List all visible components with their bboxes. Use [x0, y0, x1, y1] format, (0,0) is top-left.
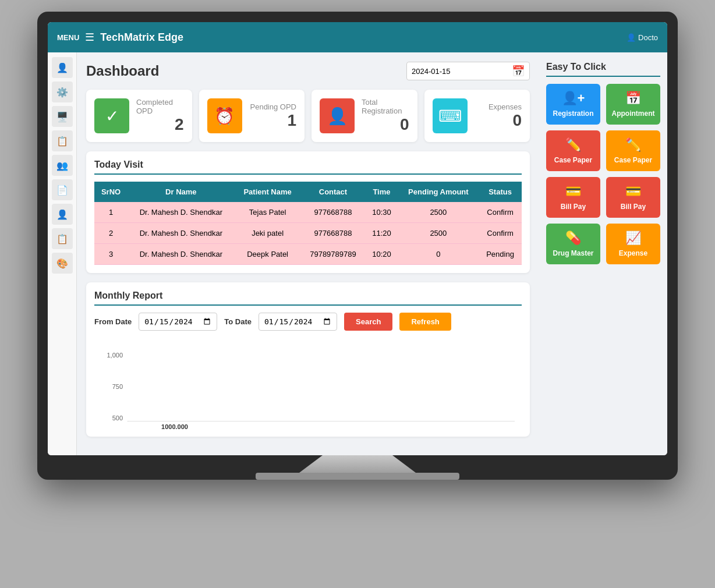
- from-date-input[interactable]: [139, 313, 217, 331]
- quick-btn-label-registration: Registration: [553, 109, 593, 118]
- table-header-row: SrNO Dr Name Patient Name Contact Time P…: [94, 182, 522, 202]
- sidebar-icon-9[interactable]: 🎨: [52, 253, 73, 274]
- chart-bars: 1000.000: [128, 421, 515, 421]
- col-status: Status: [479, 182, 522, 202]
- quick-btn-bill-pay-1[interactable]: 💳Bill Pay: [546, 177, 600, 218]
- col-contact: Contact: [301, 182, 366, 202]
- monitor-stand: [299, 455, 416, 473]
- stat-cards: ✓ Completed OPD 2 ⏰ Pending OPD 1: [86, 90, 530, 142]
- col-drname: Dr Name: [128, 182, 235, 202]
- quick-btn-icon-appointment: 📅: [625, 91, 641, 106]
- cell-patient: Deepk Patel: [235, 244, 301, 265]
- cell-time: 11:20: [365, 223, 398, 244]
- cell-drname: Dr. Mahesh D. Shendkar: [128, 244, 235, 265]
- sidebar-icon-3[interactable]: 🖥️: [52, 106, 73, 127]
- sidebar-icon-4[interactable]: 📋: [52, 130, 73, 151]
- grid-line-4: [128, 421, 515, 421]
- from-date-label: From Date: [94, 317, 132, 326]
- quick-btn-case-paper-1[interactable]: ✏️Case Paper: [546, 130, 600, 171]
- easy-click-title: Easy To Click: [546, 62, 660, 77]
- monitor-base: [256, 473, 459, 480]
- quick-btn-label-drug-master: Drug Master: [553, 249, 593, 257]
- monthly-report-title: Monthly Report: [94, 291, 522, 306]
- today-visit-table: SrNO Dr Name Patient Name Contact Time P…: [94, 182, 522, 265]
- quick-btn-label-appointment: Appointment: [612, 109, 655, 118]
- quick-btn-appointment[interactable]: 📅Appointment: [606, 84, 660, 125]
- sidebar-icon-7[interactable]: 👤: [52, 204, 73, 225]
- quick-btn-label-case-paper-2: Case Paper: [614, 156, 652, 164]
- date-picker[interactable]: 📅: [406, 62, 530, 80]
- topnav: MENU ☰ TechMatrix Edge 👤 Docto: [48, 22, 667, 52]
- cell-status: Pending: [479, 244, 522, 265]
- refresh-button[interactable]: Refresh: [399, 313, 451, 331]
- main-content: Dashboard 📅 ✓ Completed OPD 2: [77, 52, 539, 455]
- completed-opd-label: Completed OPD: [136, 98, 184, 115]
- cell-srno: 1: [94, 202, 128, 223]
- date-input[interactable]: [412, 67, 509, 76]
- cell-contact: 79789789789: [301, 244, 366, 265]
- to-date-input[interactable]: [259, 313, 337, 331]
- cell-patient: Jeki patel: [235, 223, 301, 244]
- cell-status: Confirm: [479, 223, 522, 244]
- cell-srno: 3: [94, 244, 128, 265]
- col-patient: Patient Name: [235, 182, 301, 202]
- cell-status: Confirm: [479, 202, 522, 223]
- cell-time: 10:20: [365, 244, 398, 265]
- app-title: TechMatrix Edge: [100, 31, 626, 44]
- quick-btn-icon-case-paper-2: ✏️: [625, 137, 641, 153]
- quick-btn-drug-master[interactable]: 💊Drug Master: [546, 224, 600, 264]
- calendar-icon: 📅: [512, 65, 525, 77]
- quick-btn-registration[interactable]: 👤+Registration: [546, 84, 600, 125]
- cell-patient: Tejas Patel: [235, 202, 301, 223]
- quick-btn-label-bill-pay-1: Bill Pay: [561, 203, 586, 211]
- col-time: Time: [365, 182, 398, 202]
- sidebar-icon-2[interactable]: ⚙️: [52, 82, 73, 102]
- menu-label: MENU: [57, 33, 79, 42]
- completed-opd-value: 2: [175, 115, 184, 134]
- report-filters: From Date To Date Search Refresh: [94, 313, 522, 331]
- monthly-report-card: Monthly Report From Date To Date Search …: [86, 282, 530, 437]
- sidebar-icon-5[interactable]: 👥: [52, 155, 73, 176]
- expenses-label: Expenses: [489, 102, 522, 111]
- sidebar-icon-8[interactable]: 📋: [52, 228, 73, 249]
- total-reg-icon: 👤: [320, 98, 355, 133]
- expenses-info: Expenses 0: [475, 102, 522, 130]
- col-srno: SrNO: [94, 182, 128, 202]
- quick-btn-icon-bill-pay-1: 💳: [565, 184, 581, 199]
- stat-card-total-reg: 👤 Total Registration 0: [312, 90, 417, 142]
- sidebar-icon-1[interactable]: 👤: [52, 57, 73, 78]
- quick-btn-icon-expense: 📈: [625, 231, 641, 246]
- user-label: 👤 Docto: [626, 33, 658, 42]
- y-label-1000: 1,000: [101, 352, 123, 359]
- quick-btn-icon-registration: 👤+: [562, 91, 585, 106]
- quick-btn-label-case-paper-1: Case Paper: [554, 156, 592, 164]
- cell-contact: 977668788: [301, 202, 366, 223]
- search-button[interactable]: Search: [344, 313, 392, 331]
- table-row: 2 Dr. Mahesh D. Shendkar Jeki patel 9776…: [94, 223, 522, 244]
- pending-opd-label: Pending OPD: [250, 102, 297, 111]
- to-date-label: To Date: [224, 317, 252, 326]
- today-visit-card: Today Visit SrNO Dr Name Patient Name Co…: [86, 151, 530, 273]
- sidebar-icon-6[interactable]: 📄: [52, 179, 73, 200]
- cell-pending: 2500: [398, 223, 479, 244]
- expenses-icon: ⌨: [433, 98, 468, 133]
- completed-opd-info: Completed OPD 2: [136, 98, 184, 134]
- y-label-750: 750: [101, 383, 123, 390]
- chart-y-labels: 1,000 750 500: [101, 352, 128, 421]
- hamburger-icon[interactable]: ☰: [85, 31, 94, 44]
- cell-contact: 977668788: [301, 223, 366, 244]
- quick-btn-icon-drug-master: 💊: [565, 231, 581, 246]
- quick-btn-label-expense: Expense: [619, 249, 647, 257]
- col-pending: Pending Amount: [398, 182, 479, 202]
- chart-bar-label: 1000.000: [161, 423, 188, 430]
- page-title: Dashboard: [86, 63, 159, 79]
- quick-btn-expense[interactable]: 📈Expense: [606, 224, 660, 264]
- quick-btn-bill-pay-2[interactable]: 💳Bill Pay: [606, 177, 660, 218]
- total-reg-value: 0: [400, 115, 409, 134]
- quick-btn-case-paper-2[interactable]: ✏️Case Paper: [606, 130, 660, 171]
- right-panel: Easy To Click 👤+Registration📅Appointment…: [539, 52, 667, 455]
- quick-btn-label-bill-pay-2: Bill Pay: [621, 203, 646, 211]
- stat-card-completed-opd: ✓ Completed OPD 2: [86, 90, 192, 142]
- cell-pending: 2500: [398, 202, 479, 223]
- stat-card-pending-opd: ⏰ Pending OPD 1: [199, 90, 305, 142]
